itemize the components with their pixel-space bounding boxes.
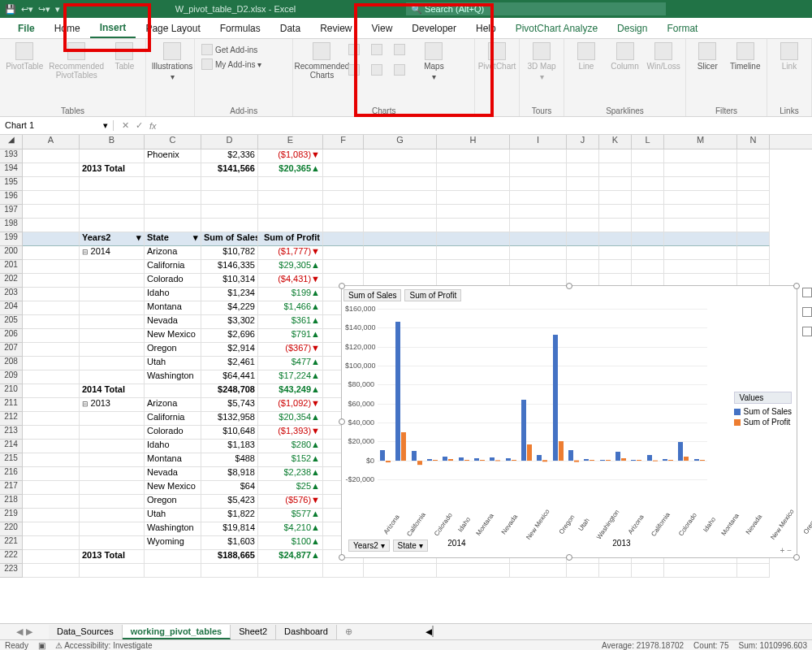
cell[interactable] <box>437 163 510 177</box>
col-header-G[interactable]: G <box>364 135 437 149</box>
cell[interactable] <box>599 150 632 163</box>
col-header-K[interactable]: K <box>599 135 632 149</box>
cell[interactable] <box>567 163 599 177</box>
cell[interactable] <box>664 219 737 232</box>
select-all-cell[interactable]: ◢ <box>0 135 23 150</box>
cell[interactable] <box>323 260 364 274</box>
pivot-chart[interactable]: Sum of SalesSum of Profit -$20,000$0$20,… <box>341 285 797 558</box>
cell[interactable]: Wyoming <box>145 536 201 550</box>
status-accessibility[interactable]: ⚠ Accessibility: Investigate <box>55 641 153 650</box>
cell[interactable] <box>80 440 145 453</box>
row-header[interactable]: 203 <box>0 288 23 301</box>
cell[interactable] <box>80 357 145 370</box>
row-header[interactable]: 212 <box>0 412 23 426</box>
cell[interactable] <box>23 329 80 343</box>
cell[interactable] <box>80 329 145 343</box>
cell[interactable] <box>437 232 510 246</box>
cell[interactable] <box>23 426 80 440</box>
row-header[interactable]: 213 <box>0 426 23 440</box>
sheet-tab-sheet2[interactable]: Sheet2 <box>231 625 276 639</box>
cell[interactable]: $141,566 <box>201 163 258 177</box>
cell[interactable] <box>23 453 80 467</box>
cell[interactable] <box>80 219 145 232</box>
cell[interactable] <box>510 205 567 219</box>
cell[interactable] <box>510 232 567 246</box>
cell[interactable]: $361▲ <box>258 315 323 329</box>
cell[interactable] <box>23 536 80 550</box>
cell[interactable] <box>23 370 80 384</box>
cell[interactable] <box>632 150 664 163</box>
row-header[interactable]: 215 <box>0 453 23 467</box>
cell[interactable]: New Mexico <box>145 329 201 343</box>
cell[interactable]: Sum of Sales <box>201 232 258 246</box>
cell[interactable] <box>364 205 437 219</box>
cell[interactable] <box>23 205 80 219</box>
row-header[interactable]: 217 <box>0 481 23 495</box>
cell[interactable] <box>632 191 664 205</box>
cell[interactable] <box>510 260 567 274</box>
cell[interactable] <box>632 219 664 232</box>
cell[interactable]: 2013 Total <box>80 550 145 564</box>
row-header[interactable]: 193 <box>0 150 23 163</box>
cell[interactable] <box>737 564 770 578</box>
col-header-N[interactable]: N <box>737 135 770 149</box>
cell[interactable] <box>145 177 201 191</box>
cell[interactable] <box>437 564 510 578</box>
cell[interactable] <box>80 509 145 522</box>
cell[interactable] <box>664 260 737 274</box>
row-header[interactable]: 195 <box>0 177 23 191</box>
cell[interactable] <box>258 564 323 578</box>
cell[interactable]: Oregon <box>145 495 201 509</box>
cell[interactable] <box>567 191 599 205</box>
menu-tab-developer[interactable]: Developer <box>402 20 466 37</box>
cell[interactable] <box>510 150 567 163</box>
cell[interactable]: $5,743 <box>201 398 258 412</box>
cell[interactable]: Nevada <box>145 315 201 329</box>
col-header-M[interactable]: M <box>664 135 737 149</box>
cell[interactable]: $1,822 <box>201 509 258 522</box>
menu-tab-insert[interactable]: Insert <box>90 19 136 38</box>
cell[interactable]: Colorado <box>145 274 201 288</box>
cell[interactable]: $29,305▲ <box>258 260 323 274</box>
undo-icon[interactable]: ↩▾ <box>21 4 33 15</box>
sheet-nav[interactable]: ◀ ▶ <box>0 626 49 637</box>
cell[interactable]: $4,210▲ <box>258 522 323 536</box>
cell[interactable] <box>23 467 80 481</box>
cell[interactable] <box>567 232 599 246</box>
col-header-A[interactable]: A <box>23 135 80 149</box>
cell[interactable] <box>599 219 632 232</box>
cell[interactable] <box>80 495 145 509</box>
cell[interactable]: California <box>145 260 201 274</box>
cell[interactable] <box>80 481 145 495</box>
cell[interactable] <box>323 246 364 260</box>
cell[interactable]: ($1,393)▼ <box>258 426 323 440</box>
cell[interactable] <box>23 150 80 163</box>
row-header[interactable]: 221 <box>0 536 23 550</box>
cell[interactable]: Years2 ▾ <box>80 232 145 246</box>
cell[interactable] <box>599 260 632 274</box>
cell[interactable]: $146,335 <box>201 260 258 274</box>
cell[interactable]: 2013 <box>80 398 145 412</box>
fx-icon[interactable]: fx <box>149 121 157 131</box>
cell[interactable]: $488 <box>201 453 258 467</box>
cell[interactable] <box>201 191 258 205</box>
menu-tab-view[interactable]: View <box>362 20 403 37</box>
chart-filters-icon[interactable] <box>802 327 812 336</box>
row-header[interactable]: 196 <box>0 191 23 205</box>
cell[interactable]: $10,782 <box>201 246 258 260</box>
cell[interactable] <box>364 232 437 246</box>
cell[interactable] <box>437 260 510 274</box>
cell[interactable] <box>23 357 80 370</box>
cell[interactable]: $8,918 <box>201 467 258 481</box>
cell[interactable] <box>737 219 770 232</box>
cell[interactable] <box>737 232 770 246</box>
cell[interactable] <box>145 163 201 177</box>
cancel-icon[interactable]: ✕ <box>122 120 129 131</box>
cell[interactable] <box>632 232 664 246</box>
cell[interactable] <box>632 246 664 260</box>
row-header[interactable]: 200 <box>0 246 23 260</box>
row-header[interactable]: 216 <box>0 467 23 481</box>
menu-tab-data[interactable]: Data <box>270 20 310 37</box>
cell[interactable] <box>364 163 437 177</box>
cell[interactable] <box>258 191 323 205</box>
